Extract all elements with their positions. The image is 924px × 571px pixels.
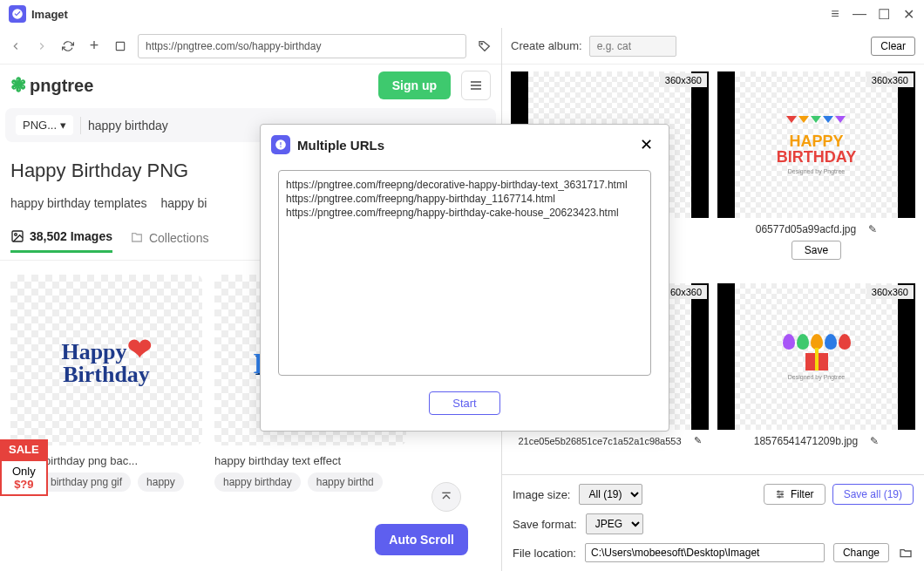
leaf-icon: ❃ (10, 74, 26, 97)
search-term[interactable]: happy birthday (88, 119, 168, 133)
album-name-input[interactable] (589, 36, 676, 57)
tab-collections[interactable]: Collections (130, 229, 208, 253)
album-row: Create album: Clear (502, 28, 924, 65)
signup-button[interactable]: Sign up (378, 71, 451, 99)
chevron-down-icon: ▾ (60, 119, 66, 132)
card-chip[interactable]: happy birthd (308, 472, 383, 492)
dialog-icon (271, 135, 290, 154)
dimension-badge: 360x360 (866, 73, 914, 87)
change-location-button[interactable]: Change (833, 543, 889, 562)
svg-point-13 (778, 496, 780, 498)
result-cell[interactable]: HAPPYBIRTHDAY Designed by Pngtree 360x36… (717, 71, 915, 275)
site-menu-button[interactable] (461, 71, 491, 100)
save-all-button[interactable]: Save all (19) (832, 484, 914, 505)
card-chip[interactable]: happy (138, 472, 184, 492)
file-location-input[interactable] (585, 543, 825, 562)
logo-text: pngtree (30, 76, 93, 96)
filter-button[interactable]: Filter (764, 484, 825, 505)
card-thumb: Happy❤Birthday (10, 275, 202, 445)
sale-badge[interactable]: SALE Only$?9 (0, 439, 48, 496)
back-button[interactable] (7, 37, 24, 55)
scroll-top-button[interactable] (431, 482, 461, 512)
related-tag[interactable]: happy birthday templates (10, 196, 146, 210)
clear-button[interactable]: Clear (871, 37, 915, 56)
related-tag[interactable]: happy bi (160, 196, 207, 210)
minimize-button[interactable]: — (847, 2, 872, 26)
site-header: ❃ pngtree Sign up (0, 65, 501, 106)
svg-point-1 (481, 43, 482, 44)
close-button[interactable]: ✕ (896, 2, 921, 26)
dialog-close-button[interactable]: ✕ (635, 133, 658, 156)
app-title: Imaget (31, 8, 68, 21)
maximize-button[interactable]: ☐ (872, 2, 896, 26)
urls-textarea[interactable] (278, 170, 651, 376)
svg-point-11 (778, 491, 779, 493)
svg-point-6 (15, 234, 17, 236)
titlebar: Imaget ≡ — ☐ ✕ (0, 0, 924, 28)
save-format-label: Save format: (513, 518, 577, 531)
tab-images[interactable]: 38,502 Images (10, 229, 112, 253)
create-album-label: Create album: (511, 39, 582, 52)
edit-icon[interactable]: ✎ (694, 435, 702, 446)
edit-icon[interactable]: ✎ (870, 435, 879, 447)
url-input[interactable]: https://pngtree.com/so/happy-birthday (138, 34, 466, 58)
site-logo[interactable]: ❃ pngtree (10, 74, 93, 97)
save-format-select[interactable]: JPEG (586, 513, 643, 534)
controls: Image size: All (19) Filter Save all (19… (502, 474, 924, 571)
save-button[interactable]: Save (792, 241, 841, 260)
dialog-title: Multiple URLs (297, 138, 384, 153)
menu-icon[interactable]: ≡ (823, 2, 847, 26)
start-button[interactable]: Start (429, 391, 499, 415)
edit-icon[interactable]: ✎ (868, 223, 877, 235)
svg-point-12 (781, 493, 783, 495)
result-filename: 18576541471209b.jpg (754, 435, 858, 447)
result-cell[interactable]: Designed by Pngtree 360x360 185765414712… (717, 283, 915, 467)
app-icon (9, 5, 26, 23)
home-button[interactable] (112, 37, 129, 55)
open-folder-icon[interactable] (898, 545, 914, 561)
dimension-badge: 360x360 (660, 73, 707, 87)
autoscroll-button[interactable]: Auto Scroll (375, 524, 468, 555)
file-location-label: File location: (513, 547, 576, 560)
search-type-select[interactable]: PNG... ▾ (16, 115, 73, 135)
gallery-card[interactable]: Happy❤Birthday happy birthday png bac...… (10, 275, 202, 557)
card-caption: happy birthday text effect (214, 454, 406, 467)
browser-toolbar: + https://pngtree.com/so/happy-birthday (0, 28, 501, 65)
svg-rect-0 (116, 42, 124, 50)
reload-button[interactable] (59, 37, 77, 55)
result-filename: 21ce05e5b26851ce7c1a52a1c98a553 (518, 436, 681, 446)
image-size-label: Image size: (513, 488, 570, 501)
dimension-badge: 360x360 (866, 285, 914, 299)
multiple-urls-dialog: Multiple URLs ✕ Start (260, 124, 669, 432)
dimension-badge: 60x360 (665, 285, 707, 299)
tag-icon[interactable] (475, 37, 494, 56)
card-chip[interactable]: happy birthday (214, 472, 301, 492)
image-size-select[interactable]: All (19) (579, 484, 642, 505)
result-filename: 06577d05a99acfd.jpg (756, 223, 856, 235)
add-tab-button[interactable]: + (85, 37, 103, 55)
forward-button[interactable] (33, 37, 51, 55)
